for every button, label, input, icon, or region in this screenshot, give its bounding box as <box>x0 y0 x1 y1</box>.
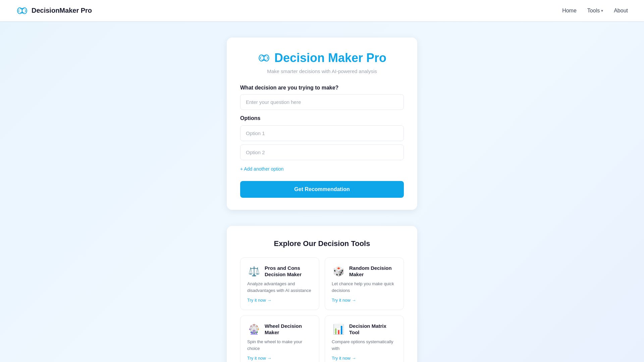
wheel-name: Wheel Decision Maker <box>265 323 312 336</box>
tool-card-pros-cons[interactable]: ⚖️ Pros and Cons Decision Maker Analyze … <box>240 257 319 310</box>
random-icon: 🎲 <box>332 264 345 278</box>
nav-link-home[interactable]: Home <box>562 8 577 14</box>
option-1-input[interactable] <box>240 125 404 141</box>
svg-point-11 <box>260 58 261 59</box>
tool-card-wheel[interactable]: 🎡 Wheel Decision Maker Spin the wheel to… <box>240 315 319 362</box>
nav-links: Home Tools ▾ About <box>562 8 628 14</box>
wheel-desc: Spin the wheel to make your choice <box>247 339 312 352</box>
brain-icon <box>16 5 28 17</box>
hero-subtitle: Make smarter decisions with AI-powered a… <box>240 68 404 74</box>
get-recommendation-button[interactable]: Get Recommendation <box>240 181 404 198</box>
options-container <box>240 125 404 160</box>
add-option-label: + Add another option <box>240 166 284 172</box>
pros-cons-name: Pros and Cons Decision Maker <box>265 265 312 278</box>
question-label: What decision are you trying to make? <box>240 85 404 91</box>
wheel-link[interactable]: Try it now → <box>247 356 271 361</box>
svg-point-10 <box>260 57 261 58</box>
pros-cons-desc: Analyze advantages and disadvantages wit… <box>247 281 312 294</box>
random-link[interactable]: Try it now → <box>332 298 356 303</box>
svg-point-3 <box>18 9 19 10</box>
matrix-icon: 📊 <box>332 322 345 336</box>
matrix-link[interactable]: Try it now → <box>332 356 356 361</box>
option-2-input[interactable] <box>240 144 404 160</box>
svg-point-4 <box>18 11 19 12</box>
pros-cons-icon: ⚖️ <box>247 264 261 278</box>
options-label: Options <box>240 115 404 121</box>
wheel-icon: 🎡 <box>247 322 261 336</box>
hero-brain-icon <box>258 52 270 64</box>
hero-title: Decision Maker Pro <box>240 51 404 65</box>
main-content: Decision Maker Pro Make smarter decision… <box>221 21 423 362</box>
tool-card-header: 📊 Decision Matrix Tool <box>332 322 397 336</box>
tool-card-header: 🎡 Wheel Decision Maker <box>247 322 312 336</box>
tools-chevron-icon: ▾ <box>601 8 603 13</box>
nav-brand-text: DecisionMaker Pro <box>32 7 92 14</box>
svg-point-13 <box>267 58 268 59</box>
svg-point-6 <box>25 11 26 12</box>
hero-form-card: Decision Maker Pro Make smarter decision… <box>227 38 417 210</box>
matrix-name: Decision Matrix Tool <box>349 323 397 336</box>
tool-card-matrix[interactable]: 📊 Decision Matrix Tool Compare options s… <box>325 315 404 362</box>
tools-grid: ⚖️ Pros and Cons Decision Maker Analyze … <box>240 257 404 362</box>
navbar: DecisionMaker Pro Home Tools ▾ About <box>0 0 644 21</box>
add-option-button[interactable]: + Add another option <box>240 165 284 173</box>
tool-card-header: 🎲 Random Decision Maker <box>332 264 397 278</box>
random-name: Random Decision Maker <box>349 265 397 278</box>
matrix-desc: Compare options systematically with <box>332 339 397 352</box>
nav-link-about[interactable]: About <box>614 8 628 14</box>
nav-link-tools[interactable]: Tools ▾ <box>587 8 603 14</box>
pros-cons-link[interactable]: Try it now → <box>247 298 271 303</box>
svg-point-12 <box>267 57 268 58</box>
tool-card-header: ⚖️ Pros and Cons Decision Maker <box>247 264 312 278</box>
decision-form: What decision are you trying to make? Op… <box>240 85 404 198</box>
svg-point-5 <box>25 9 26 10</box>
tool-card-random[interactable]: 🎲 Random Decision Maker Let chance help … <box>325 257 404 310</box>
question-input[interactable] <box>240 94 404 110</box>
nav-brand[interactable]: DecisionMaker Pro <box>16 5 92 17</box>
explore-title: Explore Our Decision Tools <box>240 239 404 248</box>
explore-section: Explore Our Decision Tools ⚖️ Pros and C… <box>227 226 417 362</box>
random-desc: Let chance help you make quick decisions <box>332 281 397 294</box>
